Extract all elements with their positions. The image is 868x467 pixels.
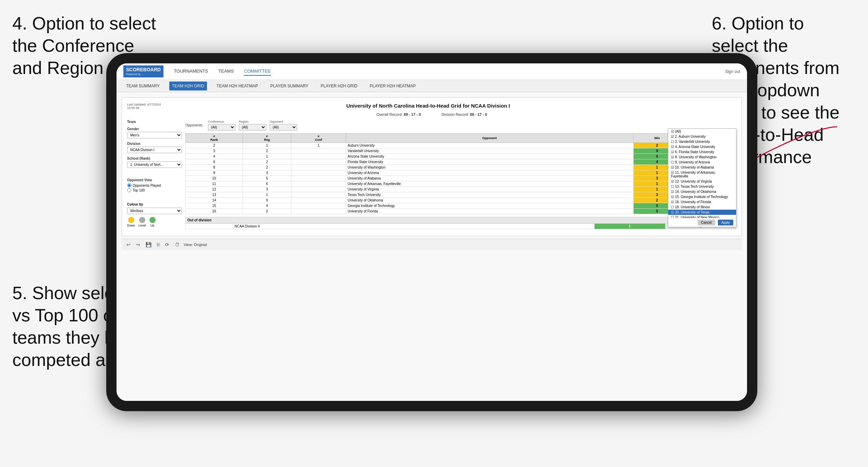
- filter-opponent-select[interactable]: (All): [270, 124, 297, 131]
- td-reg: 1: [243, 143, 291, 148]
- logo: SCOREBOARD Powered by ...: [123, 65, 163, 77]
- subnav-player-summary[interactable]: PLAYER SUMMARY: [268, 82, 311, 90]
- filter-region-select[interactable]: (All): [239, 124, 266, 131]
- table-row: 15 4 Georgia Institute of Technology 5 0: [186, 203, 736, 209]
- subnav-player-h2h-grid[interactable]: PLAYER H2H GRID: [318, 82, 360, 90]
- out-division-row: NCAA Division II 1 0: [186, 224, 736, 229]
- sidebar-gender-select[interactable]: Men's: [127, 132, 182, 138]
- filter-region-group: Region (All): [239, 120, 266, 131]
- dropdown-item[interactable]: ☑ 11. University of Arkansas, Fayettevil…: [668, 170, 736, 179]
- td-reg: 2: [243, 148, 291, 154]
- legend-level: Level: [138, 217, 146, 227]
- td-rank: 8: [186, 165, 243, 170]
- tablet-frame: SCOREBOARD Powered by ... TOURNAMENTS TE…: [106, 53, 757, 411]
- td-reg: 4: [243, 203, 291, 209]
- subnav-team-h2h-heatmap[interactable]: TEAM H2H HEATMAP: [214, 82, 261, 90]
- sidebar-team-section: Team: [127, 120, 182, 124]
- nav-signout[interactable]: Sign out: [725, 69, 740, 74]
- content-layout: Team Gender Men's Division: [127, 120, 736, 231]
- td-opponent: Georgia Institute of Technology: [346, 203, 633, 209]
- dropdown-item[interactable]: ☑ 14. University of Oklahoma: [668, 189, 736, 194]
- dropdown-item[interactable]: ☑ 6. Florida State University: [668, 149, 736, 155]
- radio-opponents-played-input[interactable]: [127, 183, 131, 187]
- filter-conference-group: Conference (All): [208, 120, 235, 131]
- table-row: 10 5 University of Alabama 3 0: [186, 176, 736, 181]
- td-opponent: University of Oklahoma: [346, 198, 633, 203]
- dropdown-item[interactable]: ☐ 3. Vanderbilt University: [668, 139, 736, 144]
- sidebar-team-label: Team: [127, 120, 182, 124]
- dropdown-item[interactable]: ☑ 16. University of Florida: [668, 199, 736, 205]
- nav-tournaments[interactable]: TOURNAMENTS: [174, 67, 208, 76]
- radio-top100[interactable]: Top 100: [127, 188, 182, 192]
- radio-opponents-played[interactable]: Opponents Played: [127, 183, 182, 187]
- report-title: University of North Carolina Head-to-Hea…: [161, 103, 695, 109]
- legend-up: Up: [149, 217, 156, 227]
- apply-button[interactable]: Apply: [718, 220, 733, 225]
- undo-icon[interactable]: ↩: [125, 241, 132, 248]
- td-rank: 11: [186, 181, 243, 187]
- clock-icon[interactable]: ⏱: [173, 241, 181, 248]
- td-rank: 9: [186, 170, 243, 176]
- subnav-team-summary[interactable]: TEAM SUMMARY: [123, 82, 162, 90]
- nav-teams[interactable]: TEAMS: [218, 67, 234, 76]
- dropdown-item[interactable]: ☐ 9. University of Arizona: [668, 160, 736, 165]
- table-area: Opponents: Conference (All) Region: [185, 120, 736, 231]
- division-record: Division Record: 88 - 17 - 0: [441, 112, 487, 116]
- td-opponent: University of Arizona: [346, 170, 633, 176]
- dropdown-item[interactable]: ☑ 2. Auburn University: [668, 134, 736, 139]
- nav-items: TOURNAMENTS TEAMS COMMITTEE: [174, 67, 715, 76]
- refresh-icon[interactable]: ⟳: [164, 241, 171, 248]
- redo-icon[interactable]: ↪: [135, 241, 142, 248]
- td-opponent: Texas Tech University: [346, 192, 633, 198]
- tablet-screen: SCOREBOARD Powered by ... TOURNAMENTS TE…: [117, 63, 747, 401]
- radio-top100-input[interactable]: [127, 188, 131, 192]
- radio-opponents-played-label: Opponents Played: [133, 184, 161, 187]
- table-row: 14 9 University of Oklahoma 2 2: [186, 198, 736, 203]
- out-division-win: 1: [594, 224, 665, 229]
- dropdown-item[interactable]: ☑ 4. Arizona State University: [668, 144, 736, 149]
- filter-conference-label: Conference: [208, 120, 235, 123]
- dropdown-item[interactable]: ☑ 10. University of Alabama: [668, 165, 736, 170]
- td-reg: 5: [243, 176, 291, 181]
- table-row: 12 3 University of Virginia 1 0: [186, 187, 736, 192]
- report-container: Last Updated: 4/??/2024 16:55:38 Univers…: [122, 97, 742, 236]
- table-row: 3 2 Vanderbilt University 0 4: [186, 148, 736, 154]
- dropdown-item[interactable]: ☐ 18. University of Illinois: [668, 205, 736, 210]
- dropdown-item[interactable]: ☑ 12. University of Virginia: [668, 179, 736, 184]
- dropdown-item[interactable]: ☑ 15. Georgia Institute of Technology: [668, 194, 736, 199]
- subnav-player-h2h-heatmap[interactable]: PLAYER H2H HEATMAP: [367, 82, 418, 90]
- sidebar-colour-section: Colour by Win/loss Down: [127, 202, 182, 227]
- sidebar-division-select[interactable]: NCAA Division I: [127, 147, 182, 153]
- main-content: Last Updated: 4/??/2024 16:55:38 Univers…: [117, 92, 747, 401]
- legend-down-label: Down: [127, 224, 135, 227]
- copy-icon[interactable]: ⎘: [156, 241, 161, 248]
- dropdown-item[interactable]: ☑ 8. University of Washington: [668, 155, 736, 160]
- nav-committee[interactable]: COMMITTEE: [244, 67, 271, 76]
- td-conf: [291, 209, 346, 214]
- td-opponent: University of Florida: [346, 209, 633, 214]
- sidebar-colour-select[interactable]: Win/loss: [127, 208, 182, 214]
- td-conf: [291, 198, 346, 203]
- td-opponent: University of Washington: [346, 165, 633, 170]
- dropdown-item[interactable]: ☑ 20. University of Texas: [668, 210, 736, 215]
- table-body: 2 1 1 Auburn University 2 1 3 2 Vanderbi…: [186, 143, 736, 214]
- td-opponent: Vanderbilt University: [346, 148, 633, 154]
- filter-conference-select[interactable]: (All): [208, 124, 235, 131]
- td-rank: 13: [186, 192, 243, 198]
- dropdown-item[interactable]: ☐ 21. University of New Mexico: [668, 215, 736, 218]
- save-icon[interactable]: 💾: [144, 241, 153, 248]
- left-sidebar: Team Gender Men's Division: [127, 120, 182, 231]
- table-row: 2 1 1 Auburn University 2 1: [186, 143, 736, 148]
- sidebar-school-select[interactable]: 1. University of Nort...: [127, 161, 182, 168]
- table-row: 8 2 University of Washington 1 0: [186, 165, 736, 170]
- sidebar-gender-section: Gender Men's: [127, 127, 182, 138]
- dropdown-item[interactable]: ☐ 13. Texas Tech University: [668, 184, 736, 189]
- dropdown-item[interactable]: ☑ (All): [668, 129, 736, 134]
- opponent-dropdown[interactable]: ☑ (All)☑ 2. Auburn University☐ 3. Vander…: [668, 128, 736, 227]
- td-opponent: Auburn University: [346, 143, 633, 148]
- td-opponent: Florida State University: [346, 159, 633, 165]
- dropdown-scroll[interactable]: ☑ (All)☑ 2. Auburn University☐ 3. Vander…: [668, 129, 736, 218]
- subnav-team-h2h-grid[interactable]: TEAM H2H GRID: [169, 82, 207, 90]
- out-division-division: NCAA Division II: [233, 224, 594, 229]
- cancel-button[interactable]: Cancel: [698, 220, 715, 225]
